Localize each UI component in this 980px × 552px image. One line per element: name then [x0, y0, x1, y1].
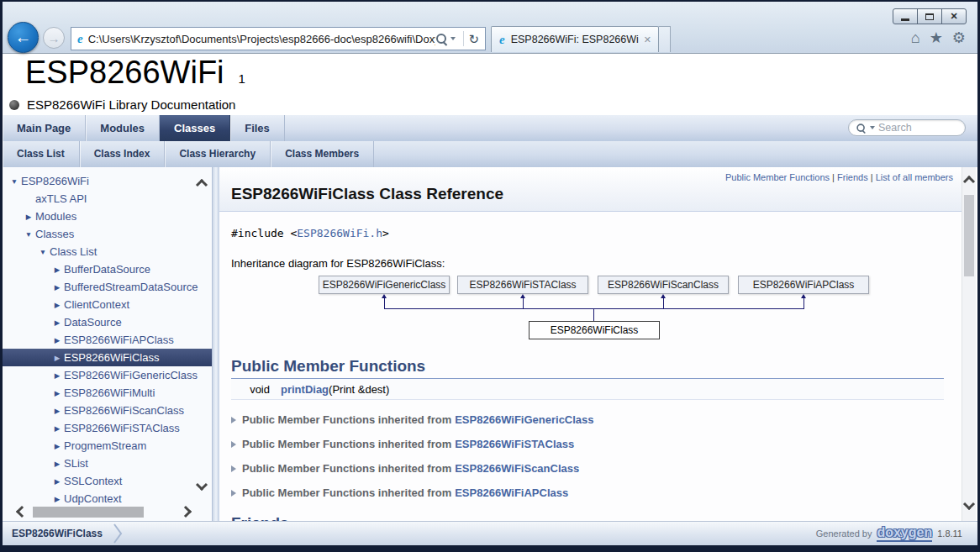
tab-modules[interactable]: Modules	[86, 115, 160, 141]
inherited-section-esp8266wifiapclass[interactable]: Public Member Functions inherited fromES…	[231, 486, 962, 499]
doxygen-logo[interactable]: doxygen	[877, 526, 932, 542]
tree-item-datasource[interactable]: ▶DataSource	[3, 313, 212, 331]
tree-right-arrow-icon[interactable]: ▶	[50, 283, 64, 292]
tree-right-arrow-icon[interactable]: ▶	[50, 318, 64, 327]
tree-right-arrow-icon[interactable]: ▶	[50, 477, 64, 486]
content-scrollbar[interactable]	[962, 167, 976, 521]
subtab-class-members[interactable]: Class Members	[271, 141, 374, 167]
inherited-class-link[interactable]: ESP8266WiFiScanClass	[455, 462, 579, 475]
expand-arrow-icon[interactable]	[231, 490, 236, 497]
tree-item-bufferedstreamdatasource[interactable]: ▶BufferedStreamDataSource	[3, 278, 212, 296]
tree-item-esp8266wifistaclass[interactable]: ▶ESP8266WiFiSTAClass	[3, 419, 212, 437]
tree-down-arrow-icon[interactable]: ▼	[22, 230, 35, 239]
tree-item-classes[interactable]: ▼Classes	[3, 225, 212, 243]
include-line: #include <ESP8266WiFi.h>	[231, 227, 962, 239]
search-dropdown-icon[interactable]	[870, 126, 875, 129]
tree-item-esp8266wifigenericclass[interactable]: ▶ESP8266WiFiGenericClass	[3, 366, 212, 384]
search-box[interactable]	[848, 119, 966, 136]
member-name-link[interactable]: printDiag	[281, 383, 329, 396]
summary-link-public-member-functions[interactable]: Public Member Functions	[725, 172, 830, 182]
tree-right-arrow-icon[interactable]: ▶	[50, 407, 64, 415]
diagram-child-box[interactable]: ESP8266WiFiClass	[529, 321, 660, 339]
expand-arrow-icon[interactable]	[231, 417, 236, 423]
address-search-icon[interactable]	[435, 33, 448, 45]
back-button[interactable]: ←	[8, 22, 39, 53]
tree-item-class-list[interactable]: ▼Class List	[3, 243, 212, 260]
tree-item-udpcontext[interactable]: ▶UdpContext	[3, 490, 212, 507]
tree-right-arrow-icon[interactable]: ▶	[50, 336, 64, 344]
tree-right-arrow-icon[interactable]: ▶	[22, 213, 35, 221]
content-scroll-thumb[interactable]	[964, 195, 974, 276]
tab-close-icon[interactable]: ✕	[644, 34, 651, 45]
inherited-section-esp8266wifiscanclass[interactable]: Public Member Functions inherited fromES…	[231, 462, 962, 475]
tree-item-esp8266wifimulti[interactable]: ▶ESP8266WiFiMulti	[3, 384, 212, 402]
home-icon[interactable]: ⌂	[911, 30, 920, 45]
tab-files[interactable]: Files	[230, 115, 285, 141]
diagram-parent-box-3[interactable]: ESP8266WiFiScanClass	[598, 276, 729, 294]
subtab-class-index[interactable]: Class Index	[80, 141, 166, 167]
tree-item-esp8266wificlass[interactable]: ▶ESP8266WiFiClass	[3, 349, 212, 366]
inherited-class-link[interactable]: ESP8266WiFiAPClass	[455, 486, 568, 499]
subtab-class-list[interactable]: Class List	[3, 141, 80, 167]
tree-right-arrow-icon[interactable]: ▶	[50, 354, 64, 362]
refresh-icon[interactable]: ↻	[468, 33, 479, 45]
tree-item-esp8266wifiscanclass[interactable]: ▶ESP8266WiFiScanClass	[3, 402, 212, 419]
breadcrumb[interactable]: ESP8266WiFiClass	[12, 522, 123, 545]
include-file-link[interactable]: ESP8266WiFi.h	[297, 227, 382, 239]
close-button[interactable]: ✕	[941, 8, 967, 24]
tree-item-clientcontext[interactable]: ▶ClientContext	[3, 296, 212, 313]
sidebar-scroll-right-icon[interactable]	[180, 506, 192, 518]
search-input[interactable]	[878, 122, 959, 134]
tree-right-arrow-icon[interactable]: ▶	[50, 265, 64, 274]
tree-right-arrow-icon[interactable]: ▶	[50, 495, 64, 503]
tree-item-esp8266wifiapclass[interactable]: ▶ESP8266WiFiAPClass	[3, 331, 212, 349]
summary-link-friends[interactable]: Friends	[837, 172, 868, 182]
sidebar-hscroll-thumb[interactable]	[33, 507, 144, 518]
tree-item-label: Class List	[50, 245, 97, 258]
tree-down-arrow-icon[interactable]: ▼	[36, 248, 50, 256]
tree-right-arrow-icon[interactable]: ▶	[50, 442, 64, 450]
diagram-child-line	[593, 308, 594, 321]
new-tab-stub[interactable]	[659, 26, 671, 52]
address-url[interactable]: C:\Users\Krzysztof\Documents\Projects\es…	[88, 33, 436, 45]
tree-item-sslcontext[interactable]: ▶SSLContext	[3, 472, 212, 490]
forward-button[interactable]: →	[43, 27, 65, 49]
tree-down-arrow-icon[interactable]: ▼	[8, 177, 21, 186]
inherited-section-esp8266wifigenericclass[interactable]: Public Member Functions inherited fromES…	[231, 413, 962, 426]
inherited-class-link[interactable]: ESP8266WiFiGenericClass	[455, 413, 593, 426]
diagram-parent-box-4[interactable]: ESP8266WiFiAPClass	[738, 276, 869, 294]
back-icon: ←	[15, 28, 32, 47]
tree-right-arrow-icon[interactable]: ▶	[50, 301, 64, 309]
tree-right-arrow-icon[interactable]: ▶	[50, 371, 64, 380]
tree-item-progmemstream[interactable]: ▶ProgmemStream	[3, 437, 212, 455]
diagram-parent-box-2[interactable]: ESP8266WiFiSTAClass	[457, 276, 588, 294]
tree-item-axtls-api[interactable]: axTLS API	[3, 190, 212, 208]
tree-right-arrow-icon[interactable]: ▶	[50, 389, 64, 397]
tab-main-page[interactable]: Main Page	[3, 115, 86, 141]
address-search-dropdown-icon[interactable]	[450, 37, 456, 40]
expand-arrow-icon[interactable]	[231, 465, 236, 472]
sidebar-scroll-left-icon[interactable]	[16, 506, 28, 518]
content-scroll-down-icon[interactable]	[963, 498, 975, 510]
sidebar-splitter[interactable]	[212, 167, 219, 521]
tab-classes[interactable]: Classes	[160, 115, 230, 141]
tree-item-bufferdatasource[interactable]: ▶BufferDataSource	[3, 260, 212, 278]
diagram-parent-box-1[interactable]: ESP8266WiFiGenericClass	[319, 276, 450, 294]
tree-item-modules[interactable]: ▶Modules	[3, 208, 212, 225]
minimize-button[interactable]	[893, 8, 918, 24]
browser-tab[interactable]: e ESP8266WiFi: ESP8266WiFi... ✕	[491, 26, 659, 52]
subtab-class-hierarchy[interactable]: Class Hierarchy	[165, 141, 271, 167]
expand-arrow-icon[interactable]	[231, 441, 236, 448]
inherited-class-link[interactable]: ESP8266WiFiSTAClass	[455, 438, 574, 450]
tree-item-esp8266wifi[interactable]: ▼ESP8266WiFi	[3, 172, 212, 190]
favorites-icon[interactable]: ★	[930, 30, 943, 45]
summary-link-list-of-all-members[interactable]: List of all members	[876, 172, 953, 182]
tree-right-arrow-icon[interactable]: ▶	[50, 460, 64, 468]
tools-icon[interactable]: ⚙	[952, 30, 966, 45]
tree-right-arrow-icon[interactable]: ▶	[50, 424, 64, 433]
tree-item-slist[interactable]: ▶SList	[3, 455, 212, 472]
content-scroll-up-icon[interactable]	[963, 176, 975, 187]
restore-button[interactable]	[917, 8, 942, 24]
inherited-section-esp8266wifistaclass[interactable]: Public Member Functions inherited fromES…	[231, 438, 962, 450]
address-bar[interactable]: e C:\Users\Krzysztof\Documents\Projects\…	[71, 27, 486, 50]
